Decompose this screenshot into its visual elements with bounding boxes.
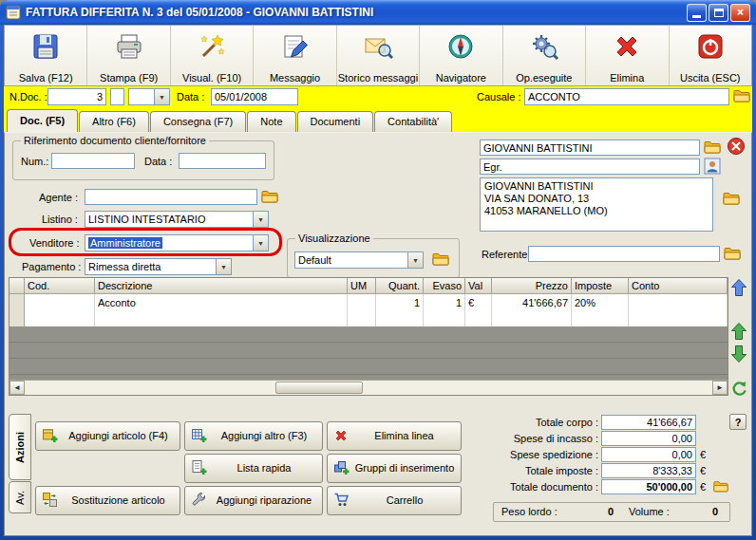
ndoc-label: N.Doc. :: [9, 91, 47, 102]
table-row[interactable]: Acconto 1 1 € 41'666,67 20%: [9, 294, 728, 310]
folder-icon: [713, 480, 728, 493]
add-other-button[interactable]: Aggiungi altro (F3): [184, 421, 323, 451]
totale-documento-input[interactable]: 50'000,00: [601, 479, 696, 494]
tab-doc[interactable]: Doc. (F5): [7, 109, 78, 132]
tab-azioni[interactable]: Azioni: [9, 414, 31, 480]
move-first-button[interactable]: [730, 278, 747, 297]
tab-note[interactable]: Note: [247, 111, 295, 132]
red-x-icon: [727, 137, 746, 156]
visualizzazione-lookup-button[interactable]: [432, 252, 449, 266]
tab-contabilita[interactable]: Contabilità': [374, 111, 452, 132]
app-window: FATTURA DIFFERITA N. 3 del 05/01/2008 - …: [0, 0, 756, 540]
add-repair-button[interactable]: Aggiungi riparazione: [184, 486, 323, 515]
printer-icon: [114, 28, 144, 64]
toolbar-label: Storico messaggi: [338, 73, 418, 84]
move-line-up-button[interactable]: [730, 322, 747, 341]
col-header-cod: Cod.: [25, 278, 95, 294]
cliente-input[interactable]: GIOVANNI BATTISTINI: [480, 140, 700, 156]
referente-lookup-button[interactable]: [724, 247, 741, 260]
peso-volume-group: Peso lordo : 0 Volume : 0: [493, 502, 730, 522]
rif-data-input[interactable]: [179, 153, 266, 169]
doc-type-select[interactable]: ▼: [128, 88, 170, 105]
exit-button[interactable]: Uscita (ESC): [670, 26, 751, 85]
cart-button[interactable]: Carrello: [327, 486, 462, 515]
titolo-input[interactable]: Egr.: [480, 158, 700, 175]
num-input[interactable]: [51, 153, 135, 169]
totale-documento-lookup-button[interactable]: [713, 480, 728, 493]
message-button[interactable]: Messaggio: [254, 26, 336, 85]
rubrica-button[interactable]: [704, 158, 721, 175]
operations-button[interactable]: Op.eseguite: [503, 26, 586, 85]
grid-empty-area: [9, 326, 728, 380]
blue-arrow-up-icon: [730, 278, 747, 297]
visualizzazione-select[interactable]: Default▼: [294, 251, 424, 269]
refresh-grid-button[interactable]: [730, 380, 748, 398]
scrollbar-thumb[interactable]: [275, 382, 363, 394]
data-input[interactable]: 05/01/2008: [211, 88, 298, 105]
toolbar-label: Uscita (ESC): [680, 73, 741, 84]
minimize-icon: [692, 15, 701, 18]
col-header-imposte: Imposte: [572, 278, 629, 294]
scroll-right-button[interactable]: ►: [712, 381, 728, 395]
quick-list-button[interactable]: Lista rapida: [184, 454, 323, 483]
tab-altro[interactable]: Altro (F6): [79, 111, 149, 132]
insert-groups-button[interactable]: Gruppi di inserimento: [327, 454, 462, 483]
horizontal-scrollbar[interactable]: ◄ ►: [9, 380, 728, 395]
power-icon: [695, 28, 726, 64]
spese-incasso-input[interactable]: 0,00: [601, 431, 696, 446]
add-article-icon: [42, 427, 58, 445]
spese-spedizione-input[interactable]: 0,00: [601, 447, 696, 462]
referente-label: Referente: [482, 249, 527, 260]
riferimento-group: Riferimento documento cliente/fornitore …: [12, 140, 274, 180]
grid-header-row: Cod. Descrizione UM Quant. Evaso Val Pre…: [9, 278, 728, 294]
pagamento-select[interactable]: Rimessa diretta▼: [85, 258, 232, 275]
replace-article-button[interactable]: Sostituzione articolo: [35, 486, 180, 515]
causale-input[interactable]: ACCONTO: [524, 88, 729, 105]
tab-avanzate[interactable]: Av.: [9, 481, 31, 513]
listino-select[interactable]: LISTINO INTESTATARIO▼: [85, 211, 269, 228]
cliente-lookup-button[interactable]: [704, 140, 721, 154]
agente-lookup-button[interactable]: [261, 190, 278, 203]
totals-help-button[interactable]: ?: [729, 414, 747, 430]
delete-line-button[interactable]: Elimina linea: [327, 421, 462, 451]
visualize-button[interactable]: Visual. (F10): [171, 26, 254, 85]
data-label: Data :: [177, 91, 204, 102]
cliente-clear-button[interactable]: [727, 137, 746, 156]
folder-icon: [723, 192, 740, 205]
agente-input[interactable]: [85, 189, 257, 205]
maximize-button[interactable]: [709, 4, 728, 22]
referente-input[interactable]: [528, 246, 720, 262]
doc-suffix-input[interactable]: [110, 88, 124, 105]
tab-documenti[interactable]: Documenti: [297, 111, 374, 132]
indirizzo-line: VIA SAN DONATO, 13: [484, 193, 709, 205]
red-cross-icon: [612, 28, 642, 64]
add-article-button[interactable]: Aggiungi articolo (F4): [35, 421, 180, 451]
tab-consegna[interactable]: Consegna (F7): [150, 111, 246, 132]
table-row-empty[interactable]: [9, 310, 728, 326]
move-line-down-button[interactable]: [730, 344, 747, 363]
pagamento-label: Pagamento :: [22, 261, 81, 272]
causale-lookup-button[interactable]: [733, 89, 750, 102]
delete-button[interactable]: Elimina: [586, 26, 669, 85]
minimize-button[interactable]: [687, 4, 707, 22]
num-label: Num.:: [21, 156, 48, 167]
indirizzo-textarea[interactable]: GIOVANNI BATTISTINI VIA SAN DONATO, 13 4…: [480, 177, 713, 232]
totale-documento-label: Totale documento :: [491, 481, 598, 493]
ndoc-input[interactable]: 3: [47, 88, 106, 105]
indirizzo-line: 41053 MARANELLO (MO): [484, 205, 709, 217]
message-history-button[interactable]: Storico messaggi: [337, 26, 420, 85]
dropdown-arrow-icon: ▼: [407, 252, 423, 268]
print-button[interactable]: Stampa (F9): [87, 26, 170, 85]
scroll-left-button[interactable]: ◄: [9, 381, 25, 395]
indirizzo-lookup-button[interactable]: [723, 192, 740, 205]
close-button[interactable]: ×: [730, 4, 750, 22]
insert-group-icon: [333, 459, 350, 477]
save-button[interactable]: Salva (F12): [5, 26, 87, 85]
navigator-button[interactable]: Navigatore: [420, 26, 502, 85]
totale-corpo-input[interactable]: 41'666,67: [601, 415, 696, 430]
venditore-select[interactable]: Amministratore▼: [85, 234, 269, 251]
volume-value: 0: [680, 506, 718, 517]
totale-imposte-label: Totale imposte :: [491, 465, 598, 476]
totale-imposte-input[interactable]: 8'333,33: [601, 463, 696, 478]
col-header-quant: Quant.: [376, 278, 424, 294]
